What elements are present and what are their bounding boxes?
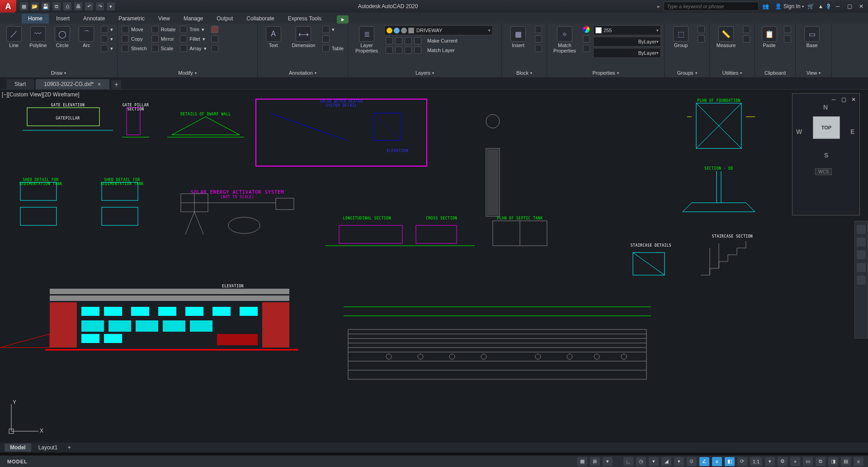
array-button[interactable]: Array ▾ xyxy=(179,44,208,52)
ellipse-button[interactable]: ▾ xyxy=(99,35,114,43)
qat-redo-icon[interactable]: ↷ xyxy=(96,2,104,10)
tab-output[interactable]: Output xyxy=(210,14,239,24)
leader-button[interactable]: ▾ xyxy=(321,25,345,33)
start-tab[interactable]: Start xyxy=(6,79,34,89)
line-button[interactable]: ／Line xyxy=(3,25,25,49)
linetype-icon[interactable] xyxy=(581,35,591,43)
qat-new-icon[interactable]: ▦ xyxy=(20,2,28,10)
tab-parametric[interactable]: Parametric xyxy=(112,14,151,24)
quick-menu-icon[interactable]: ▶ xyxy=(337,15,349,24)
viewport-label[interactable]: [−][Custom View][2D Wireframe] xyxy=(2,91,80,98)
new-tab-button[interactable]: + xyxy=(111,80,121,89)
polyline-button[interactable]: 〰Polyline xyxy=(27,25,50,49)
tab-view[interactable]: View xyxy=(152,14,176,24)
isodraft-toggle[interactable]: ◢ xyxy=(661,457,671,466)
nav-showmotion-icon[interactable] xyxy=(857,276,866,285)
match-properties-button[interactable]: ⟐Match Properties xyxy=(550,25,580,54)
rectangle-button[interactable]: ▾ xyxy=(99,25,114,33)
group-button[interactable]: ⬚Group xyxy=(667,25,694,49)
fillet-button[interactable]: Fillet ▾ xyxy=(179,35,208,43)
app-menu-icon[interactable]: ▲ xyxy=(818,3,823,10)
ungroup-button[interactable] xyxy=(696,25,706,33)
cut-button[interactable] xyxy=(783,25,793,33)
hardware-icon[interactable]: ⧉ xyxy=(816,457,826,466)
layer-properties-button[interactable]: ≣Layer Properties xyxy=(351,25,382,54)
close-button[interactable]: ✕ xyxy=(857,2,865,10)
arc-button[interactable]: ⌒Arc xyxy=(75,25,98,49)
block-attr-button[interactable] xyxy=(533,44,543,52)
rotate-button[interactable]: Rotate xyxy=(150,25,177,33)
text-button[interactable]: AText xyxy=(260,25,286,49)
move-button[interactable]: Move xyxy=(120,25,148,33)
clean-icon[interactable]: ▤ xyxy=(841,457,851,466)
viewcube-close-icon[interactable]: ✕ xyxy=(849,95,858,104)
qat-undo-icon[interactable]: ↶ xyxy=(85,2,93,10)
viewcube-min-icon[interactable]: ─ xyxy=(830,95,838,104)
model-tab[interactable]: Model xyxy=(5,443,31,452)
cycling-toggle[interactable]: ⟳ xyxy=(737,457,747,466)
file-tab[interactable]: 10903-2022-CG.dxf*✕ xyxy=(36,79,109,89)
copyc-button[interactable] xyxy=(783,35,793,43)
group-edit-button[interactable] xyxy=(696,35,706,43)
qat-plot-icon[interactable]: ⎙ xyxy=(63,2,71,10)
base-button[interactable]: ▭Base xyxy=(798,25,826,49)
block-edit-button[interactable] xyxy=(533,35,543,43)
erase-button[interactable] xyxy=(210,25,220,33)
dropdown-4[interactable]: ▾ xyxy=(765,457,775,466)
ortho-toggle[interactable]: ∟ xyxy=(623,457,633,466)
help-icon[interactable]: ? xyxy=(827,3,830,10)
make-current-button[interactable]: Make Current xyxy=(384,37,499,45)
dropdown-3[interactable]: ▾ xyxy=(674,457,684,466)
annoscale-label[interactable]: 1:1 xyxy=(750,457,762,466)
dropdown-1[interactable]: ▾ xyxy=(603,457,613,466)
transparency-toggle[interactable]: ◧ xyxy=(725,457,735,466)
wcs-label[interactable]: WCS xyxy=(815,168,832,175)
linetype-select[interactable]: ByLayer▾ xyxy=(593,37,661,47)
qat-saveall-icon[interactable]: ⧉ xyxy=(52,2,61,10)
util2-button[interactable] xyxy=(741,35,751,43)
tab-collaborate[interactable]: Collaborate xyxy=(240,14,280,24)
snap-toggle[interactable]: ⊞ xyxy=(590,457,600,466)
grid-toggle[interactable]: ▦ xyxy=(577,457,587,466)
tab-insert[interactable]: Insert xyxy=(50,14,76,24)
model-space-label[interactable]: MODEL xyxy=(7,459,28,464)
qat-save-icon[interactable]: 💾 xyxy=(42,2,50,10)
viewcube-east[interactable]: E xyxy=(850,128,854,135)
tab-manage[interactable]: Manage xyxy=(177,14,209,24)
sign-in-button[interactable]: 👤 Sign In ▾ xyxy=(775,3,804,10)
workspace-toggle[interactable]: + xyxy=(790,457,800,466)
viewcube-top-face[interactable]: TOP xyxy=(813,116,840,139)
block-create-button[interactable] xyxy=(533,25,543,33)
circle-button[interactable]: ◯Circle xyxy=(51,25,74,49)
qat-print-icon[interactable]: 🖶 xyxy=(74,2,82,10)
lineweight-toggle[interactable]: ≡ xyxy=(712,457,722,466)
minimize-button[interactable]: ─ xyxy=(834,2,842,10)
nav-zoom-icon[interactable] xyxy=(857,250,866,259)
infocenter-icon[interactable]: 👥 xyxy=(762,3,771,10)
lineweight-icon[interactable] xyxy=(581,44,591,52)
isolate-icon[interactable]: ◨ xyxy=(828,457,838,466)
close-tab-icon[interactable]: ✕ xyxy=(97,81,101,87)
polar-toggle[interactable]: ◷ xyxy=(636,457,646,466)
nav-pan-icon[interactable] xyxy=(857,238,866,247)
scale-button[interactable]: Scale xyxy=(150,44,177,52)
tab-annotate[interactable]: Annotate xyxy=(77,14,111,24)
viewcube-west[interactable]: W xyxy=(796,128,802,135)
gear-icon[interactable]: ⚙ xyxy=(778,457,788,466)
drawing-viewport[interactable]: [−][Custom View][2D Wireframe] ─ ▢ ✕ N S… xyxy=(0,90,868,443)
util1-button[interactable] xyxy=(741,25,751,33)
viewcube-north[interactable]: N xyxy=(823,104,828,111)
dimension-button[interactable]: ⟷Dimension xyxy=(288,25,319,49)
color-select[interactable]: 255▾ xyxy=(593,25,661,35)
explode-button[interactable] xyxy=(210,35,220,43)
nav-wheel-icon[interactable] xyxy=(857,225,866,234)
osnap-toggle[interactable]: ⊙ xyxy=(687,457,697,466)
qat-open-icon[interactable]: 📂 xyxy=(31,2,39,10)
bylayer-color-icon[interactable] xyxy=(581,25,591,33)
app-logo[interactable]: A xyxy=(0,0,16,13)
offset-button[interactable] xyxy=(210,44,220,52)
trim-button[interactable]: Trim ▾ xyxy=(179,25,208,33)
tab-home[interactable]: Home xyxy=(22,14,49,24)
maximize-button[interactable]: ▢ xyxy=(845,2,854,10)
layout1-tab[interactable]: Layout1 xyxy=(33,443,63,452)
